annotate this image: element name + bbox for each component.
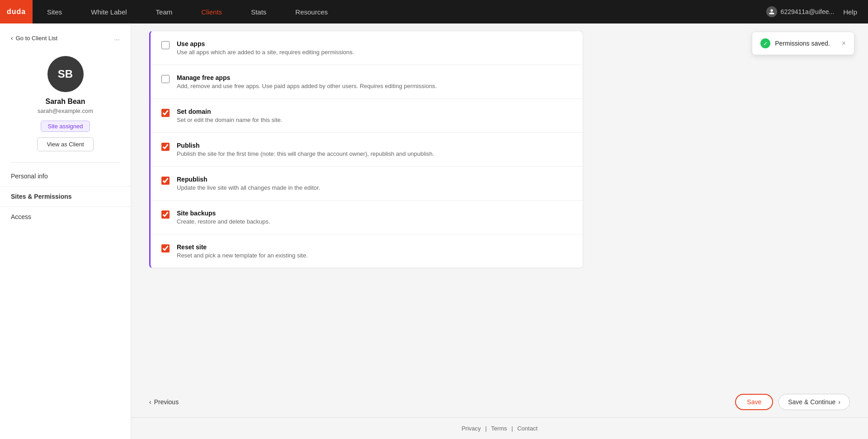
page-footer: Privacy | Terms | Contact	[131, 417, 868, 439]
avatar-initials: SB	[58, 68, 73, 80]
main-content: Use apps Use all apps which are added to…	[131, 23, 868, 439]
footer-nav: ‹ Previous Save Save & Continue ›	[131, 387, 868, 417]
set-domain-checkbox[interactable]	[161, 109, 170, 117]
set-domain-desc: Set or edit the domain name for this sit…	[177, 117, 282, 123]
republish-checkbox[interactable]	[161, 177, 170, 185]
use-apps-desc: Use all apps which are added to a site, …	[177, 49, 354, 56]
site-backups-info: Site backups Create, restore and delete …	[177, 210, 270, 225]
toast-close-button[interactable]: ×	[842, 39, 846, 47]
reset-site-title: Reset site	[177, 243, 308, 251]
set-domain-title: Set domain	[177, 108, 282, 115]
save-continue-label: Save & Continue	[788, 398, 835, 406]
sidebar-profile: SB Sarah Bean sarah@example.com Site ass…	[0, 49, 131, 162]
user-email: 6229411a@uifee...	[781, 8, 835, 15]
permission-row-reset-site: Reset site Reset and pick a new template…	[151, 234, 583, 268]
nav-item-resources[interactable]: Resources	[281, 0, 342, 23]
reset-site-desc: Reset and pick a new template for an exi…	[177, 252, 308, 259]
top-navigation: duda Sites White Label Team Clients Stat…	[0, 0, 868, 23]
page-layout: ‹ Go to Client List … SB Sarah Bean sara…	[0, 23, 868, 439]
republish-desc: Update the live site with all changes ma…	[177, 184, 320, 191]
use-apps-info: Use apps Use all apps which are added to…	[177, 40, 354, 56]
back-arrow-icon: ‹	[11, 34, 13, 42]
permission-row-manage-free-apps: Manage free apps Add, remove and use fre…	[151, 65, 583, 99]
toast-notification: ✓ Permissions saved. ×	[752, 32, 854, 55]
use-apps-title: Use apps	[177, 40, 354, 47]
nav-right: 6229411a@uifee... Help	[766, 6, 868, 17]
sidebar: ‹ Go to Client List … SB Sarah Bean sara…	[0, 23, 131, 439]
nav-item-stats[interactable]: Stats	[236, 0, 281, 23]
sidebar-nav: Personal info Sites & Permissions Access	[0, 163, 131, 230]
set-domain-info: Set domain Set or edit the domain name f…	[177, 108, 282, 123]
site-backups-checkbox[interactable]	[161, 210, 170, 219]
permission-row-use-apps: Use apps Use all apps which are added to…	[151, 31, 583, 65]
previous-label: Previous	[154, 398, 179, 406]
back-to-client-list[interactable]: ‹ Go to Client List …	[0, 34, 131, 49]
separator-1: |	[485, 425, 486, 432]
manage-free-apps-desc: Add, remove and use free apps. Use paid …	[177, 83, 437, 89]
nav-item-whitelabel[interactable]: White Label	[76, 0, 141, 23]
reset-site-checkbox[interactable]	[161, 244, 170, 252]
view-as-client-button[interactable]: View as Client	[37, 137, 93, 151]
toast-message: Permissions saved.	[775, 40, 830, 47]
nav-item-team[interactable]: Team	[142, 0, 187, 23]
publish-title: Publish	[177, 142, 434, 149]
site-assigned-badge: Site assigned	[41, 121, 90, 132]
save-continue-arrow-icon: ›	[838, 398, 840, 406]
publish-info: Publish Publish the site for the first t…	[177, 142, 434, 157]
permissions-card: Use apps Use all apps which are added to…	[149, 31, 583, 268]
nav-item-clients[interactable]: Clients	[187, 0, 236, 23]
manage-free-apps-info: Manage free apps Add, remove and use fre…	[177, 74, 437, 89]
back-label: Go to Client List	[16, 35, 58, 42]
contact-link[interactable]: Contact	[517, 425, 538, 432]
avatar: SB	[47, 56, 84, 92]
site-backups-desc: Create, restore and delete backups.	[177, 218, 270, 225]
permission-row-site-backups: Site backups Create, restore and delete …	[151, 201, 583, 234]
logo-text: duda	[7, 8, 26, 16]
permission-row-republish: Republish Update the live site with all …	[151, 167, 583, 201]
save-button[interactable]: Save	[735, 394, 773, 410]
terms-link[interactable]: Terms	[491, 425, 507, 432]
nav-user[interactable]: 6229411a@uifee...	[766, 6, 835, 17]
content-area: Use apps Use all apps which are added to…	[131, 23, 601, 387]
previous-arrow-icon: ‹	[149, 398, 151, 406]
nav-items: Sites White Label Team Clients Stats Res…	[33, 0, 766, 23]
save-continue-button[interactable]: Save & Continue ›	[778, 394, 850, 410]
previous-button[interactable]: ‹ Previous	[149, 398, 179, 406]
publish-checkbox[interactable]	[161, 143, 170, 151]
use-apps-checkbox[interactable]	[161, 41, 170, 49]
manage-free-apps-title: Manage free apps	[177, 74, 437, 81]
republish-title: Republish	[177, 176, 320, 183]
nav-item-sites[interactable]: Sites	[33, 0, 76, 23]
footer-right-buttons: Save Save & Continue ›	[735, 394, 850, 410]
reset-site-info: Reset site Reset and pick a new template…	[177, 243, 308, 259]
logo[interactable]: duda	[0, 0, 33, 23]
permission-row-set-domain: Set domain Set or edit the domain name f…	[151, 99, 583, 133]
privacy-link[interactable]: Privacy	[462, 425, 481, 432]
permission-row-publish: Publish Publish the site for the first t…	[151, 133, 583, 167]
sidebar-item-personal-info[interactable]: Personal info	[0, 166, 131, 187]
help-link[interactable]: Help	[843, 8, 857, 16]
user-icon	[766, 6, 777, 17]
toast-success-icon: ✓	[760, 38, 770, 48]
publish-desc: Publish the site for the first time (not…	[177, 150, 434, 157]
site-backups-title: Site backups	[177, 210, 270, 217]
profile-email: sarah@example.com	[38, 107, 93, 114]
manage-free-apps-checkbox[interactable]	[161, 75, 170, 83]
sidebar-item-access[interactable]: Access	[0, 207, 131, 227]
more-options-icon[interactable]: …	[114, 35, 120, 42]
republish-info: Republish Update the live site with all …	[177, 176, 320, 191]
separator-2: |	[511, 425, 513, 432]
sidebar-item-sites-permissions[interactable]: Sites & Permissions	[0, 187, 131, 207]
profile-name: Sarah Bean	[45, 98, 85, 106]
